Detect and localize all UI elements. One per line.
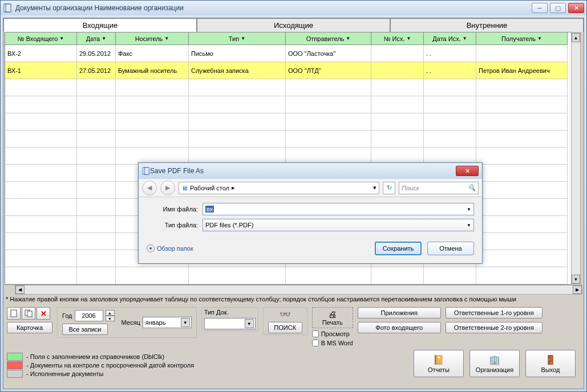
dialog-titlebar: Save PDF File As ✕ bbox=[139, 163, 482, 179]
chevron-down-icon: ▼ bbox=[245, 319, 254, 328]
search-button[interactable]: ПОИСК bbox=[268, 322, 302, 333]
vertical-scrollbar[interactable]: ▲ ▼ bbox=[571, 32, 581, 284]
scroll-up-button[interactable]: ▲ bbox=[572, 33, 580, 42]
attachments-button[interactable]: Приложения bbox=[358, 307, 441, 318]
filename-input[interactable]: вх▼ bbox=[203, 203, 474, 215]
photo-button[interactable]: Фото входящего bbox=[358, 322, 441, 333]
window-title: Документы организации Наименование орган… bbox=[15, 4, 532, 12]
col-header-recipient[interactable]: Получатель▼ bbox=[476, 32, 568, 45]
legend-swatch-red bbox=[7, 361, 23, 369]
chevron-down-icon: ▼ bbox=[147, 244, 155, 252]
close-button[interactable]: ✕ bbox=[568, 3, 584, 13]
maximize-button[interactable]: ▢ bbox=[550, 3, 566, 13]
month-label: Месяц bbox=[122, 319, 140, 326]
organization-button[interactable]: 🏢Организация bbox=[469, 350, 520, 377]
horizontal-scrollbar[interactable]: ◀ ▶ bbox=[15, 285, 582, 295]
col-header-type[interactable]: Тип▼ bbox=[189, 32, 286, 45]
exit-icon: 🚪 bbox=[545, 354, 556, 365]
sort-icon: ▼ bbox=[102, 36, 106, 41]
svg-rect-2 bbox=[11, 310, 17, 317]
scroll-right-button[interactable]: ▶ bbox=[573, 285, 582, 294]
client-area: Входящие Исходящие Внутренние № Входящег… bbox=[3, 18, 584, 389]
delete-button[interactable]: ✕ bbox=[37, 307, 50, 320]
filetype-label: Тип файла: bbox=[147, 222, 198, 228]
msword-checkbox[interactable]: В MS Word bbox=[312, 340, 353, 346]
legend: - Поля с заполнением из справочников (Db… bbox=[3, 350, 197, 381]
sort-icon: ▼ bbox=[406, 36, 411, 41]
tab-internal[interactable]: Внутренние bbox=[390, 18, 584, 32]
tab-outgoing[interactable]: Исходящие bbox=[197, 18, 390, 32]
bottom-panel: ✕ Карточка Год ▲▼ Все записи Месяц январ… bbox=[3, 304, 584, 350]
sort-icon: ▼ bbox=[59, 36, 64, 41]
year-input[interactable] bbox=[75, 310, 103, 321]
hint-text: * Нажатие правой кнопки на заголовок упо… bbox=[3, 295, 584, 304]
cancel-button[interactable]: Отмена bbox=[427, 242, 474, 255]
chevron-down-icon: ▼ bbox=[181, 318, 190, 327]
search-input[interactable]: Поиск🔍 bbox=[399, 182, 479, 194]
browse-folders-toggle[interactable]: ▼Обзор папок bbox=[147, 244, 193, 252]
sort-icon: ▼ bbox=[537, 36, 542, 41]
doctype-label: Тип Док. bbox=[204, 309, 256, 316]
chevron-down-icon: ▾ bbox=[373, 184, 377, 191]
year-spinner[interactable]: ▲▼ bbox=[106, 310, 115, 321]
doctype-combo[interactable]: ▼ bbox=[204, 318, 256, 329]
app-icon bbox=[142, 166, 150, 175]
org-icon: 🏢 bbox=[489, 354, 500, 365]
nav-back-button[interactable]: ◀ bbox=[142, 181, 157, 195]
scroll-left-button[interactable]: ◀ bbox=[15, 285, 25, 294]
binoculars-icon: 👓 bbox=[280, 309, 291, 320]
main-window: Документы организации Наименование орган… bbox=[0, 0, 587, 392]
all-records-button[interactable]: Все записи bbox=[62, 324, 108, 335]
titlebar: Документы организации Наименование орган… bbox=[1, 1, 586, 15]
col-header-sender[interactable]: Отправитель▼ bbox=[286, 32, 371, 45]
col-header-number[interactable]: № Входящего▼ bbox=[5, 32, 77, 45]
chevron-down-icon: ▼ bbox=[467, 223, 471, 228]
document-icon bbox=[10, 309, 18, 317]
main-tabs: Входящие Исходящие Внутренние bbox=[3, 18, 584, 32]
printer-icon: 🖨 bbox=[328, 309, 337, 319]
responsible1-button[interactable]: Ответственные 1-го уровня bbox=[446, 307, 543, 318]
sort-icon: ▼ bbox=[241, 36, 245, 41]
preview-checkbox[interactable]: Просмотр bbox=[312, 330, 353, 337]
print-button[interactable]: 🖨 Печать bbox=[312, 307, 353, 328]
reports-button[interactable]: 📔Отчеты bbox=[414, 350, 464, 377]
card-button[interactable]: Карточка bbox=[7, 322, 52, 333]
nav-forward-button[interactable]: ▶ bbox=[160, 181, 175, 195]
sort-icon: ▼ bbox=[463, 36, 467, 41]
svg-rect-1 bbox=[6, 4, 11, 12]
year-label: Год bbox=[62, 312, 72, 319]
desktop-icon: 🖥 bbox=[181, 185, 188, 191]
chevron-down-icon: ▼ bbox=[467, 207, 471, 212]
save-button[interactable]: Сохранить bbox=[375, 242, 422, 255]
copy-button[interactable] bbox=[22, 307, 35, 320]
tab-incoming[interactable]: Входящие bbox=[3, 18, 197, 32]
col-header-carrier[interactable]: Носитель▼ bbox=[116, 32, 189, 45]
chevron-right-icon: ▸ bbox=[232, 184, 235, 191]
minimize-button[interactable]: ─ bbox=[532, 3, 548, 13]
col-header-outdate[interactable]: Дата Исх.▼ bbox=[424, 32, 476, 45]
report-icon: 📔 bbox=[433, 354, 444, 365]
svg-rect-6 bbox=[144, 168, 149, 174]
breadcrumb[interactable]: 🖥 Рабочий стол ▸ ▾ bbox=[179, 182, 379, 194]
month-combo[interactable]: январь▼ bbox=[143, 317, 192, 328]
refresh-button[interactable]: ↻ bbox=[383, 182, 395, 194]
filetype-combo[interactable]: PDF files (*.PDF)▼ bbox=[203, 219, 474, 231]
exit-button[interactable]: 🚪Выход bbox=[525, 350, 576, 377]
sort-icon: ▼ bbox=[346, 36, 350, 41]
dialog-title: Save PDF File As bbox=[150, 167, 456, 175]
responsible2-button[interactable]: Ответственные 2-го уровня bbox=[446, 322, 543, 333]
sort-icon: ▼ bbox=[164, 36, 169, 41]
legend-swatch-green bbox=[7, 353, 23, 361]
dialog-close-button[interactable]: ✕ bbox=[456, 166, 479, 176]
col-header-date[interactable]: Дата▼ bbox=[77, 32, 116, 45]
dialog-nav: ◀ ▶ 🖥 Рабочий стол ▸ ▾ ↻ Поиск🔍 bbox=[139, 179, 482, 197]
copy-icon bbox=[25, 309, 33, 317]
app-icon bbox=[3, 3, 12, 13]
search-icon: 🔍 bbox=[468, 184, 476, 191]
col-header-outnum[interactable]: № Исх.▼ bbox=[371, 32, 424, 45]
filename-label: Имя файла: bbox=[147, 206, 198, 213]
legend-swatch-gray bbox=[7, 370, 23, 378]
scroll-down-button[interactable]: ▼ bbox=[572, 275, 580, 284]
new-button[interactable] bbox=[7, 307, 21, 320]
svg-rect-4 bbox=[27, 311, 32, 317]
